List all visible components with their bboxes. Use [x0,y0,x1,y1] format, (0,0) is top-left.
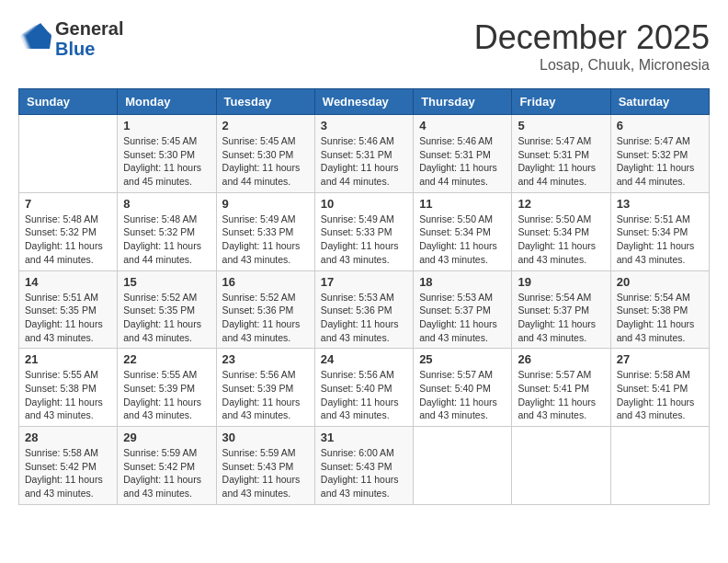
title-area: December 2025 Losap, Chuuk, Micronesia [474,18,710,74]
day-number: 21 [25,352,111,366]
calendar-cell: 18Sunrise: 5:53 AM Sunset: 5:37 PM Dayli… [414,270,512,349]
day-number: 18 [419,275,506,289]
logo-icon [18,23,51,54]
day-info: Sunrise: 5:57 AM Sunset: 5:41 PM Dayligh… [518,368,604,422]
calendar-cell: 11Sunrise: 5:50 AM Sunset: 5:34 PM Dayli… [414,192,512,270]
day-info: Sunrise: 5:56 AM Sunset: 5:40 PM Dayligh… [321,368,407,422]
location: Losap, Chuuk, Micronesia [474,57,710,74]
day-of-week-header: Tuesday [216,89,314,115]
calendar-cell: 8Sunrise: 5:48 AM Sunset: 5:32 PM Daylig… [118,192,216,270]
logo: General Blue [18,18,123,59]
day-number: 16 [222,275,309,289]
calendar-week-row: 1Sunrise: 5:45 AM Sunset: 5:30 PM Daylig… [19,115,710,193]
day-number: 25 [419,352,506,366]
calendar-cell: 31Sunrise: 6:00 AM Sunset: 5:43 PM Dayli… [314,427,413,505]
day-info: Sunrise: 5:55 AM Sunset: 5:38 PM Dayligh… [25,368,111,422]
day-number: 12 [518,197,604,211]
calendar-cell [19,115,118,193]
day-info: Sunrise: 5:48 AM Sunset: 5:32 PM Dayligh… [25,213,111,267]
day-number: 2 [222,119,309,132]
day-number: 3 [321,119,407,132]
day-info: Sunrise: 5:58 AM Sunset: 5:41 PM Dayligh… [617,368,703,422]
day-number: 6 [617,119,703,132]
day-number: 13 [617,197,703,211]
calendar-table: SundayMondayTuesdayWednesdayThursdayFrid… [18,88,710,505]
day-of-week-header: Friday [512,89,610,115]
day-info: Sunrise: 5:59 AM Sunset: 5:42 PM Dayligh… [123,446,210,500]
day-info: Sunrise: 5:53 AM Sunset: 5:36 PM Dayligh… [321,291,407,345]
day-of-week-header: Wednesday [314,89,413,115]
day-number: 17 [321,275,407,289]
day-info: Sunrise: 5:45 AM Sunset: 5:30 PM Dayligh… [222,134,309,189]
svg-marker-3 [26,23,51,49]
calendar-cell: 25Sunrise: 5:57 AM Sunset: 5:40 PM Dayli… [414,349,512,427]
day-number: 29 [123,431,210,444]
day-number: 26 [518,352,604,366]
calendar-header-row: SundayMondayTuesdayWednesdayThursdayFrid… [19,89,710,115]
day-info: Sunrise: 5:46 AM Sunset: 5:31 PM Dayligh… [419,134,506,189]
day-number: 20 [617,275,703,289]
calendar-cell: 14Sunrise: 5:51 AM Sunset: 5:35 PM Dayli… [19,270,118,349]
calendar-cell: 4Sunrise: 5:46 AM Sunset: 5:31 PM Daylig… [414,115,512,193]
calendar-cell: 21Sunrise: 5:55 AM Sunset: 5:38 PM Dayli… [19,349,118,427]
day-info: Sunrise: 5:58 AM Sunset: 5:42 PM Dayligh… [25,446,111,500]
calendar-cell: 3Sunrise: 5:46 AM Sunset: 5:31 PM Daylig… [314,115,413,193]
day-of-week-header: Sunday [19,89,118,115]
calendar-week-row: 14Sunrise: 5:51 AM Sunset: 5:35 PM Dayli… [19,270,710,349]
day-number: 19 [518,275,604,289]
calendar-cell: 15Sunrise: 5:52 AM Sunset: 5:35 PM Dayli… [118,270,216,349]
day-info: Sunrise: 5:52 AM Sunset: 5:35 PM Dayligh… [123,291,210,345]
day-info: Sunrise: 5:48 AM Sunset: 5:32 PM Dayligh… [123,213,210,267]
day-info: Sunrise: 5:54 AM Sunset: 5:37 PM Dayligh… [518,291,604,345]
calendar-cell: 27Sunrise: 5:58 AM Sunset: 5:41 PM Dayli… [610,349,709,427]
day-info: Sunrise: 5:50 AM Sunset: 5:34 PM Dayligh… [518,213,604,267]
day-number: 30 [222,431,309,444]
calendar-cell: 17Sunrise: 5:53 AM Sunset: 5:36 PM Dayli… [314,270,413,349]
day-info: Sunrise: 5:57 AM Sunset: 5:40 PM Dayligh… [419,368,506,422]
page-header: General Blue December 2025 Losap, Chuuk,… [18,18,710,74]
day-number: 11 [419,197,506,211]
day-number: 10 [321,197,407,211]
day-number: 23 [222,352,309,366]
calendar-week-row: 28Sunrise: 5:58 AM Sunset: 5:42 PM Dayli… [19,427,710,505]
calendar-cell [414,427,512,505]
day-of-week-header: Monday [118,89,216,115]
calendar-cell: 30Sunrise: 5:59 AM Sunset: 5:43 PM Dayli… [216,427,314,505]
calendar-cell: 26Sunrise: 5:57 AM Sunset: 5:41 PM Dayli… [512,349,610,427]
day-number: 9 [222,197,309,211]
calendar-cell: 9Sunrise: 5:49 AM Sunset: 5:33 PM Daylig… [216,192,314,270]
day-number: 14 [25,275,111,289]
calendar-cell [610,427,709,505]
calendar-cell [512,427,610,505]
day-number: 24 [321,352,407,366]
day-number: 28 [25,431,111,444]
day-number: 8 [123,197,210,211]
calendar-cell: 24Sunrise: 5:56 AM Sunset: 5:40 PM Dayli… [314,349,413,427]
day-number: 22 [123,352,210,366]
day-info: Sunrise: 5:49 AM Sunset: 5:33 PM Dayligh… [222,213,309,267]
day-number: 7 [25,197,111,211]
day-of-week-header: Saturday [610,89,709,115]
calendar-week-row: 21Sunrise: 5:55 AM Sunset: 5:38 PM Dayli… [19,349,710,427]
calendar-cell: 10Sunrise: 5:49 AM Sunset: 5:33 PM Dayli… [314,192,413,270]
day-info: Sunrise: 5:56 AM Sunset: 5:39 PM Dayligh… [222,368,309,422]
calendar-cell: 16Sunrise: 5:52 AM Sunset: 5:36 PM Dayli… [216,270,314,349]
day-number: 31 [321,431,407,444]
day-info: Sunrise: 5:51 AM Sunset: 5:34 PM Dayligh… [617,213,703,267]
day-info: Sunrise: 5:54 AM Sunset: 5:38 PM Dayligh… [617,291,703,345]
calendar-cell: 29Sunrise: 5:59 AM Sunset: 5:42 PM Dayli… [118,427,216,505]
month-title: December 2025 [474,18,710,57]
day-number: 27 [617,352,703,366]
day-info: Sunrise: 5:59 AM Sunset: 5:43 PM Dayligh… [222,446,309,500]
day-number: 4 [419,119,506,132]
calendar-cell: 23Sunrise: 5:56 AM Sunset: 5:39 PM Dayli… [216,349,314,427]
logo-text: General Blue [55,18,123,59]
calendar-cell: 7Sunrise: 5:48 AM Sunset: 5:32 PM Daylig… [19,192,118,270]
day-number: 15 [123,275,210,289]
calendar-cell: 13Sunrise: 5:51 AM Sunset: 5:34 PM Dayli… [610,192,709,270]
day-info: Sunrise: 5:50 AM Sunset: 5:34 PM Dayligh… [419,213,506,267]
day-info: Sunrise: 5:47 AM Sunset: 5:32 PM Dayligh… [617,134,703,189]
calendar-cell: 22Sunrise: 5:55 AM Sunset: 5:39 PM Dayli… [118,349,216,427]
day-number: 1 [123,119,210,132]
calendar-cell: 5Sunrise: 5:47 AM Sunset: 5:31 PM Daylig… [512,115,610,193]
